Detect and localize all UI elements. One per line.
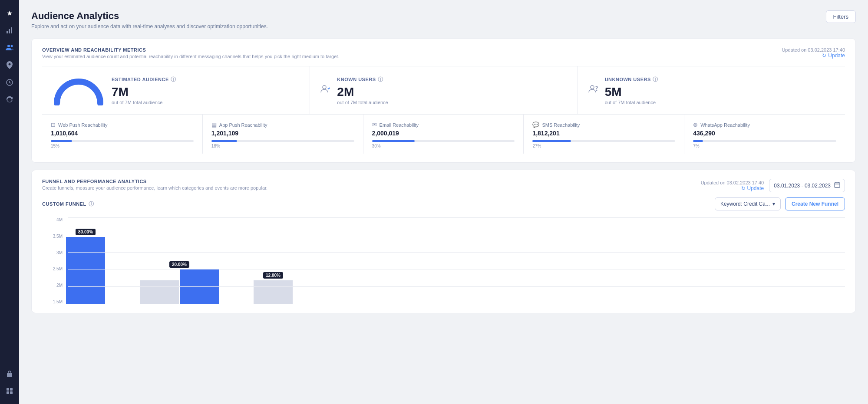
- email-progress-fill: [372, 140, 415, 142]
- web-push-progress-bg: [51, 140, 194, 142]
- unknown-info-icon: ⓘ: [653, 76, 658, 83]
- svg-rect-7: [7, 388, 9, 391]
- sms-pct: 27%: [532, 144, 675, 148]
- bar-group-3: 12.00%: [254, 222, 293, 304]
- sidebar: ★: [0, 0, 19, 404]
- overview-updated-text: Updated on 03.02.2023 17:40: [782, 47, 845, 53]
- whatsapp-progress-bg: [693, 140, 836, 142]
- unknown-users-sub: out of 7M total audience: [605, 100, 658, 105]
- page-subtitle: Explore and act on your audience data wi…: [31, 23, 268, 30]
- bar-group-1: 80.00%: [66, 222, 105, 304]
- overview-card-subtitle: View your estimated audience count and p…: [42, 54, 339, 59]
- estimated-audience-cell: ESTIMATED AUDIENCE ⓘ 7M out of 7M total …: [42, 66, 310, 114]
- whatsapp-reach-cell: ⊗ WhatsApp Reachability 436,290 7%: [684, 115, 845, 154]
- funnel-card-title: FUNNEL AND PERFORMANCE ANALYTICS: [42, 179, 267, 184]
- sidebar-item-lock[interactable]: [2, 366, 17, 381]
- overview-update-button[interactable]: ↻ Update: [822, 53, 845, 59]
- sms-icon: 💬: [532, 122, 539, 128]
- known-users-sub: out of 7M total audience: [337, 100, 388, 105]
- chevron-down-icon: ▾: [772, 201, 775, 207]
- unknown-users-value: 5M: [605, 85, 658, 99]
- unknown-users-icon: [588, 85, 598, 96]
- whatsapp-value: 436,290: [693, 130, 836, 137]
- sms-progress-fill: [532, 140, 571, 142]
- funnel-right-controls: Updated on 03.02.2023 17:40 ↻ Update 03.…: [701, 179, 845, 192]
- whatsapp-icon: ⊗: [693, 122, 698, 128]
- app-push-progress-bg: [211, 140, 354, 142]
- svg-rect-0: [7, 31, 8, 33]
- known-users-icon: [320, 85, 330, 96]
- whatsapp-pct: 7%: [693, 144, 836, 148]
- sidebar-item-users[interactable]: [2, 40, 17, 56]
- keyword-dropdown[interactable]: Keyword: Credit Ca... ▾: [715, 197, 781, 210]
- svg-rect-8: [10, 388, 13, 391]
- refresh-icon: ↻: [822, 53, 826, 59]
- estimated-info-icon: ⓘ: [171, 76, 176, 83]
- svg-point-4: [11, 45, 13, 47]
- sidebar-item-refresh[interactable]: [2, 92, 17, 108]
- app-push-value: 1,201,109: [211, 130, 354, 137]
- custom-funnel-info-icon: ⓘ: [89, 200, 94, 208]
- funnel-update-button[interactable]: ↻ Update: [741, 185, 764, 191]
- funnel-card-subtitle: Create funnels, measure your audience pe…: [42, 185, 267, 191]
- sidebar-item-star[interactable]: ★: [2, 5, 17, 21]
- web-push-icon: ⊡: [51, 122, 56, 128]
- page-header: Audience Analytics Explore and act on yo…: [31, 10, 856, 30]
- svg-point-13: [596, 90, 597, 91]
- overview-card: OVERVIEW AND REACHABILITY METRICS View y…: [31, 38, 856, 163]
- funnel-card: FUNNEL AND PERFORMANCE ANALYTICS Create …: [31, 170, 856, 313]
- date-range-selector[interactable]: 03.01.2023 - 03.02.2023: [769, 179, 845, 192]
- app-push-label: App Push Reachability: [219, 122, 267, 128]
- gauge-chart: [53, 75, 105, 105]
- sms-reach-cell: 💬 SMS Reachability 1,812,201 27%: [524, 115, 684, 154]
- sidebar-item-location[interactable]: [2, 57, 17, 73]
- sidebar-item-chart[interactable]: [2, 23, 17, 38]
- bar-badge-2: 20.00%: [169, 261, 189, 268]
- y-label-2m: 2M: [42, 283, 63, 288]
- reachability-grid: ⊡ Web Push Reachability 1,010,604 15% ▤ …: [42, 114, 845, 154]
- known-users-value: 2M: [337, 85, 388, 99]
- overview-card-title: OVERVIEW AND REACHABILITY METRICS: [42, 47, 339, 53]
- create-new-funnel-button[interactable]: Create New Funnel: [785, 197, 845, 210]
- sms-label: SMS Reachability: [542, 122, 580, 128]
- filters-button[interactable]: Filters: [826, 10, 856, 23]
- y-label-25m: 2.5M: [42, 266, 63, 271]
- svg-rect-14: [835, 183, 840, 187]
- svg-rect-6: [7, 373, 12, 377]
- app-push-progress-fill: [211, 140, 237, 142]
- known-users-cell: KNOWN USERS ⓘ 2M out of 7M total audienc…: [310, 66, 577, 114]
- svg-rect-2: [11, 27, 12, 33]
- svg-point-12: [591, 85, 594, 89]
- bars-container: 80.00% 20.00% 12.00%: [66, 217, 845, 304]
- svg-rect-9: [7, 391, 9, 394]
- web-push-value: 1,010,604: [51, 130, 194, 137]
- svg-rect-1: [9, 29, 10, 33]
- known-info-icon: ⓘ: [378, 76, 383, 83]
- sidebar-item-clock[interactable]: [2, 75, 17, 90]
- bar-badge-1: 80.00%: [76, 229, 96, 235]
- bar-fill-1: [66, 237, 105, 304]
- y-label-3m: 3M: [42, 250, 63, 255]
- funnel-refresh-icon: ↻: [741, 185, 746, 191]
- whatsapp-label: WhatsApp Reachability: [700, 122, 750, 128]
- unknown-users-cell: UNKNOWN USERS ⓘ 5M out of 7M total audie…: [578, 66, 845, 114]
- svg-point-3: [7, 45, 10, 47]
- custom-funnel-header: CUSTOM FUNNEL ⓘ Keyword: Credit Ca... ▾ …: [42, 197, 845, 210]
- app-push-icon: ▤: [211, 122, 217, 128]
- y-label-4m: 4M: [42, 217, 63, 222]
- unknown-users-label: UNKNOWN USERS ⓘ: [605, 76, 658, 83]
- custom-funnel-title: CUSTOM FUNNEL ⓘ: [42, 200, 94, 208]
- estimated-audience-value: 7M: [112, 85, 176, 99]
- whatsapp-progress-fill: [693, 140, 703, 142]
- web-push-pct: 15%: [51, 144, 194, 148]
- web-push-label: Web Push Reachability: [58, 122, 108, 128]
- app-push-reach-cell: ▤ App Push Reachability 1,201,109 18%: [203, 115, 363, 154]
- sidebar-item-grid[interactable]: [2, 383, 17, 399]
- email-reach-cell: ✉ Email Reachability 2,000,019 30%: [363, 115, 524, 154]
- known-users-label: KNOWN USERS ⓘ: [337, 76, 388, 83]
- email-icon: ✉: [372, 122, 377, 128]
- funnel-controls: Keyword: Credit Ca... ▾ Create New Funne…: [715, 197, 845, 210]
- y-label-35m: 3.5M: [42, 234, 63, 239]
- main-content: Audience Analytics Explore and act on yo…: [19, 0, 868, 404]
- estimated-audience-label: ESTIMATED AUDIENCE ⓘ: [112, 76, 176, 83]
